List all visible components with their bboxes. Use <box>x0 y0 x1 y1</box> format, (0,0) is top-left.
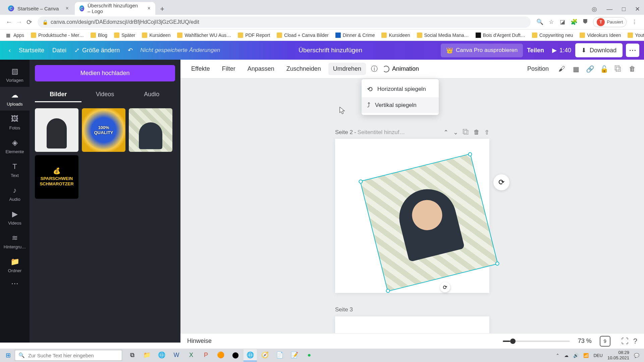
selected-image[interactable]: ⟳ <box>360 154 498 292</box>
animation-button[interactable]: Animation <box>383 65 419 72</box>
nav-reload[interactable]: ⟳ <box>24 17 34 27</box>
page-duplicate[interactable]: ⿻ <box>463 129 469 136</box>
transparency-icon[interactable]: ▦ <box>570 63 582 75</box>
tab-close[interactable]: × <box>147 5 150 11</box>
zoom-percent[interactable]: 73 % <box>578 338 592 345</box>
page-2[interactable]: ⟳ ⟳ <box>335 139 489 293</box>
rail-background[interactable]: ≋Hintergru… <box>0 230 30 253</box>
flip-horizontal[interactable]: ⟲Horizontal spiegeln <box>362 81 439 97</box>
zoom-slider[interactable] <box>503 341 570 342</box>
address-bar[interactable]: 🔒 canva.com/design/DAEdomzscjI/drBfjHdCo… <box>38 16 531 28</box>
taskbar-app[interactable]: 🌐 <box>155 349 168 361</box>
extension-icon[interactable]: 🧩 <box>570 18 578 26</box>
tray-onedrive-icon[interactable]: ☁ <box>564 353 569 358</box>
tab-1[interactable]: C Startseite – Canva × <box>3 2 73 15</box>
taskbar-word[interactable]: W <box>170 349 183 361</box>
zoom-icon[interactable]: 🔍 <box>536 18 543 26</box>
adjust-button[interactable]: Anpassen <box>243 63 279 75</box>
panel-tab-audio[interactable]: Audio <box>128 87 175 102</box>
upload-media-button[interactable]: Medien hochladen <box>35 65 175 81</box>
upload-thumbnail[interactable] <box>129 108 172 152</box>
bookmark-item[interactable]: Kursideen <box>379 31 413 39</box>
extension-icon[interactable]: ⛊ <box>582 18 589 26</box>
flip-vertical[interactable]: ⤴Vertikal spiegeln <box>362 97 439 113</box>
profile-paused[interactable]: T Pausiert <box>593 17 627 27</box>
duplicate-icon[interactable]: ⿻ <box>612 63 624 75</box>
apps-button[interactable]: ▦Apps <box>3 31 27 39</box>
tab-close[interactable]: × <box>65 5 68 11</box>
rail-elements[interactable]: ◈Elemente <box>0 134 30 158</box>
bookmark-item[interactable]: Wahlfächer WU Aus… <box>174 31 234 39</box>
upload-thumbnail[interactable] <box>35 108 78 152</box>
panel-tab-videos[interactable]: Videos <box>82 87 128 102</box>
rail-photos[interactable]: 🖼Fotos <box>0 111 30 134</box>
window-close[interactable]: ✕ <box>635 5 640 13</box>
new-tab-button[interactable]: + <box>157 3 168 15</box>
crop-button[interactable]: Zuschneiden <box>282 63 326 75</box>
bookmark-item[interactable]: Produktsuche - Mer… <box>28 31 87 39</box>
notes-button[interactable]: Hinweise <box>187 338 212 345</box>
bookmark-item[interactable]: Copywriting neu <box>529 31 576 39</box>
page-move-up[interactable]: ⌃ <box>443 129 448 136</box>
tray-language[interactable]: DEU <box>593 353 602 358</box>
tray-notifications[interactable]: 💬 <box>634 353 639 358</box>
chrome-menu[interactable]: ⋮ <box>631 18 638 26</box>
lock-icon[interactable]: 🔓 <box>598 63 610 75</box>
bookmark-item[interactable]: Videokurs Ideen <box>577 31 624 39</box>
rotate-handle[interactable]: ⟳ <box>439 281 451 293</box>
more-menu[interactable]: ⋯ <box>626 44 639 57</box>
upload-thumbnail[interactable]: 💰SPARSCHWEIN SCHMAROTZER <box>35 155 78 199</box>
taskbar-spotify[interactable]: ● <box>303 349 316 361</box>
resize-button[interactable]: ⤢Größe ändern <box>70 44 124 57</box>
tray-clock[interactable]: 08:29 10.05.2021 <box>607 350 629 360</box>
page-share[interactable]: ⇧ <box>484 129 489 136</box>
try-pro-button[interactable]: 👑Canva Pro ausprobieren <box>441 44 523 57</box>
bookmark-star-icon[interactable]: ☆ <box>547 18 555 26</box>
file-menu[interactable]: Datei <box>48 44 70 57</box>
bookmark-item[interactable]: Youtube WICHTIG <box>625 31 644 39</box>
bookmark-item[interactable]: Cload + Canva Bilder <box>274 31 331 39</box>
share-button[interactable]: Teilen <box>523 44 548 57</box>
window-minimize[interactable]: — <box>606 6 612 13</box>
page-delete[interactable]: 🗑 <box>474 129 480 136</box>
taskbar-edge[interactable]: 🧭 <box>258 349 272 361</box>
bookmark-item[interactable]: Kursideen <box>139 31 173 39</box>
bookmark-item[interactable]: Dinner & Crime <box>333 31 378 39</box>
page-move-down[interactable]: ⌄ <box>453 129 458 136</box>
taskbar-chrome[interactable]: 🌐 <box>244 349 257 361</box>
nav-home-back[interactable]: ‹ <box>5 44 15 57</box>
tray-volume-icon[interactable]: 🔊 <box>573 353 579 358</box>
reset-image-button[interactable]: ⟳ <box>493 174 509 190</box>
taskbar-app[interactable]: 🟠 <box>214 349 227 361</box>
download-button[interactable]: ⬇Download <box>575 43 623 57</box>
filter-button[interactable]: Filter <box>217 63 240 75</box>
tray-wifi-icon[interactable]: 📶 <box>583 353 589 358</box>
extension-icon[interactable]: ◪ <box>559 18 566 26</box>
tab-2-active[interactable]: C Überschrift hinzufügen – Logo × <box>75 2 155 15</box>
rail-more[interactable]: ⋯ <box>11 279 18 288</box>
flip-button[interactable]: Umdrehen <box>328 63 366 75</box>
rail-text[interactable]: TText <box>0 158 30 182</box>
design-title[interactable]: Überschrift hinzufügen <box>220 47 441 54</box>
info-icon[interactable]: ⓘ <box>369 63 380 75</box>
task-view[interactable]: ⧉ <box>125 349 139 361</box>
play-button[interactable]: ▶1:40 <box>548 44 575 57</box>
page-2-title-placeholder[interactable]: Seitentitel hinzuf… <box>358 129 405 136</box>
rail-templates[interactable]: ▧Vorlagen <box>0 63 30 87</box>
help-button[interactable]: ? <box>633 337 637 346</box>
tray-chevron[interactable]: ⌃ <box>556 353 559 358</box>
page-counter[interactable]: 9 <box>600 336 610 347</box>
canvas-scroll[interactable]: Seite 2 - Seitentitel hinzuf… ⌃ ⌄ ⿻ 🗑 ⇧ <box>180 78 644 343</box>
home-button[interactable]: Startseite <box>15 44 48 57</box>
delete-icon[interactable]: 🗑 <box>627 63 638 75</box>
taskbar-search[interactable]: 🔍 Zur Suche Text hier eingeben <box>15 350 122 361</box>
upload-thumbnail[interactable]: 100% QUALITY <box>82 108 125 152</box>
fullscreen-button[interactable]: ⛶ <box>621 337 629 346</box>
rail-folders[interactable]: 📁Ordner <box>0 253 30 277</box>
bookmark-item[interactable]: Social Media Mana… <box>414 31 472 39</box>
file-explorer[interactable]: 📁 <box>140 349 154 361</box>
taskbar-obs[interactable]: ⬤ <box>229 349 242 361</box>
rail-audio[interactable]: ♪Audio <box>0 182 30 206</box>
position-button[interactable]: Position <box>523 63 553 75</box>
rail-uploads[interactable]: ☁Uploads <box>0 87 30 111</box>
